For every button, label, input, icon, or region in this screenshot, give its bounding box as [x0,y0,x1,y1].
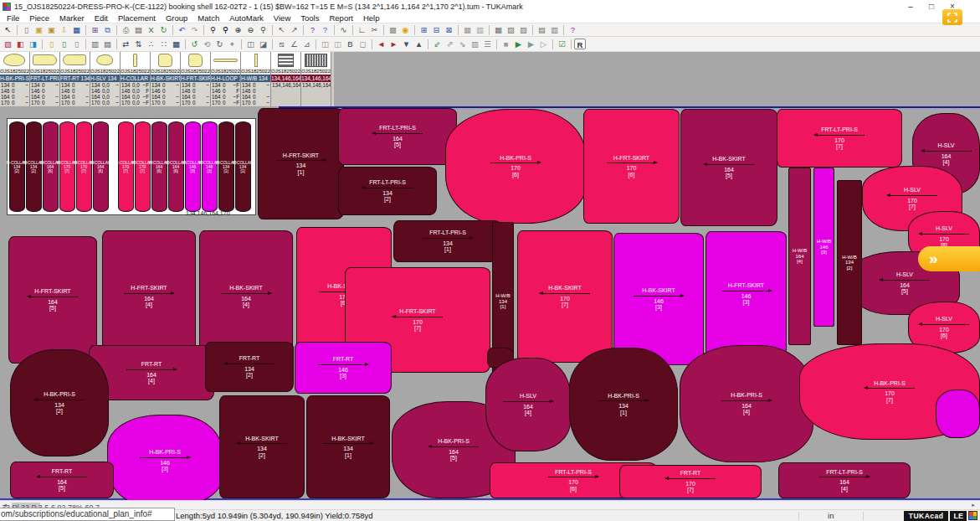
marker-piece[interactable]: FRT-RT134[2] [205,342,294,392]
tray-piece-column[interactable]: OJS18250224H-BK-PRI-S1340~14601640~1700~ [0,52,30,106]
marker-piece[interactable]: H-FRT-SKIRT164[4] [102,230,196,363]
tray-piece-column[interactable]: OJS18250224H-W/B 1341340~14601640~1700~ [241,52,271,106]
marker-piece[interactable]: H-BK-PRI-S164[4] [680,345,813,462]
marker-piece[interactable]: H-FRT-SKIRT170[6] [583,109,680,224]
toolbar-icon-40[interactable]: ⇗ [444,39,456,49]
toolbar-icon-0[interactable]: ▧ [2,39,14,49]
collar-strip[interactable]: H-COLLAR164[6] [93,121,109,212]
toolbar-icon-41[interactable]: ⇘ [456,39,469,49]
toolbar-icon-2[interactable]: ▯ [20,24,33,35]
toolbar-icon-52[interactable]: R [574,39,586,49]
toolbar-icon-8[interactable]: ▥ [89,39,101,49]
menu-match[interactable]: Match [192,13,224,23]
toolbar-icon-39[interactable]: ⇙ [431,39,444,49]
toolbar-icon-11[interactable]: ⇄ [120,39,132,49]
toolbar-icon-48[interactable]: ▷ [537,39,550,49]
tray-piece-column[interactable]: OJS18250224134,146,164,1134,146,164, [271,52,301,106]
toolbar-icon-20[interactable]: ⌖ [226,39,239,49]
toolbar-icon-30[interactable]: ◫ [331,39,344,49]
toolbar-icon-23[interactable]: ◪ [257,39,269,49]
menu-piece[interactable]: Piece [24,13,54,23]
menu-automark[interactable]: AutoMark [224,13,269,23]
toolbar-icon-20[interactable]: ⚲ [219,24,232,35]
marker-piece[interactable]: H-W/B164[4] [788,168,811,345]
toolbar-icon-12[interactable]: ▤ [132,24,145,35]
toolbar-icon-33[interactable]: ∟ [356,24,368,35]
tray-piece-column[interactable]: OJS18250224134,146,164,1134,146,164, [301,52,331,106]
toolbar-icon-35[interactable]: ► [387,39,400,49]
toolbar-icon-34[interactable]: ◄ [375,39,387,49]
toolbar-icon-45[interactable]: ■ [500,39,512,49]
toolbar-icon-43[interactable]: ▦ [461,24,474,35]
toolbar-icon-44[interactable]: ▥ [474,24,486,35]
toolbar-icon-53[interactable]: ? [567,24,579,35]
tray-piece-column[interactable]: OJS18250224H-H-LOOP 11340~F1460F1640~F17… [211,52,241,106]
toolbar-icon-4[interactable]: ▯ [45,39,58,49]
toolbar-icon-6[interactable]: ▦ [70,24,83,35]
toolbar-icon-5[interactable]: ⇩ [58,24,70,35]
toolbar-icon-47[interactable]: ▶ [525,39,537,49]
toolbar-icon-29[interactable]: ? [319,24,331,35]
minimize-button[interactable]: – [904,1,917,12]
marker-piece[interactable] [936,389,980,438]
marker-piece[interactable]: FRT-RT146[3] [295,342,392,394]
toolbar-icon-32[interactable]: ◻ [357,39,369,49]
collar-block-panel[interactable]: H-COLLAR134[2]H-COLLAR134[2]H-COLLAR164[… [7,118,256,215]
marker-piece[interactable]: H-BK-PRI-S134[2] [10,349,109,457]
menu-group[interactable]: Group [161,13,192,23]
toolbar-icon-6[interactable]: ▯ [70,39,83,49]
menu-help[interactable]: Help [358,13,385,23]
toolbar-icon-4[interactable]: ▣ [45,24,58,35]
toolbar-icon-18[interactable]: ⟲ [201,39,213,49]
menu-placement[interactable]: Placement [113,13,161,23]
marker-piece[interactable]: H-BK-SKIRT134[1] [306,395,390,498]
toolbar-icon-13[interactable]: ∴ [145,39,157,49]
toolbar-icon-22[interactable]: ⊖ [244,24,257,35]
toolbar-icon-37[interactable]: ▲ [413,39,425,49]
tray-piece-column[interactable]: OJS18250224H-BK-SKIRT1340~14601640~1700~ [151,52,181,106]
toolbar-icon-2[interactable]: ◨ [27,39,39,49]
toolbar-icon-0[interactable]: ↖ [2,24,14,35]
toolbar-icon-8[interactable]: ⊞ [89,24,101,35]
toolbar-icon-15[interactable]: ▦ [170,39,182,49]
marker-piece[interactable]: H-BK-SKIRT146[3] [613,233,704,365]
toolbar-icon-37[interactable]: ◉ [399,24,412,35]
toolbar-icon-25[interactable]: ↖ [275,24,288,35]
tray-piece-column[interactable]: OJS18250224H-SLV 1341340,0~1460,01640,0~… [90,52,121,106]
toolbar-icon-29[interactable]: ◫ [319,39,331,49]
toolbar-icon-46[interactable]: ▦ [492,24,505,35]
marker-piece[interactable]: H-FRT-SKIRT134[1] [258,108,344,219]
menu-edit[interactable]: Edit [90,13,113,23]
marker-piece[interactable]: FRT-RT170[7] [619,465,762,498]
toolbar-icon-22[interactable]: ◫ [244,39,257,49]
tray-piece-column[interactable]: OJS18250224H-COLLAR 11340,0~F1460,0F1640… [121,52,151,106]
toolbar-icon-28[interactable]: ? [306,24,319,35]
menu-file[interactable]: File [2,13,24,23]
toolbar-icon-34[interactable]: ✂ [368,24,381,35]
marker-piece[interactable]: H-FRT-SKIRT146[3] [705,231,787,357]
toolbar-icon-41[interactable]: ⊠ [443,24,455,35]
marker-piece[interactable]: H-BK-SKIRT134[2] [219,395,305,498]
marker-piece[interactable]: FRT-LT-PRI-S164[5] [338,108,457,165]
scroll-right-icon[interactable]: ▸ [968,501,978,509]
toolbar-icon-19[interactable]: ↻ [213,39,226,49]
menu-marker[interactable]: Marker [54,13,90,23]
toolbar-icon-50[interactable]: ☑ [556,39,568,49]
marker-piece[interactable]: FRT-RT164[5] [10,462,114,498]
tray-piece-column[interactable]: OJS18250224H-FRT-SKIRT1340~14601640~1700… [181,52,211,106]
toolbar-icon-23[interactable]: ⚲ [257,24,269,35]
toolbar-icon-9[interactable]: ⧉ [101,24,114,35]
marker-piece[interactable]: H-W/B146[3] [813,168,834,327]
toolbar-icon-19[interactable]: ⚲ [207,24,219,35]
toolbar-icon-9[interactable]: ▤ [101,39,114,49]
toolbar-icon-17[interactable]: ↺ [188,39,201,49]
toolbar-icon-14[interactable]: ∷ [157,39,170,49]
marker-piece[interactable]: FRT-LT-PRI-S134[1] [393,220,502,262]
toolbar-icon-5[interactable]: ▯ [58,39,70,49]
menu-view[interactable]: View [269,13,295,23]
toolbar-icon-46[interactable]: ▶ [512,39,525,49]
toolbar-icon-26[interactable]: ↗ [288,24,300,35]
toolbar-icon-11[interactable]: ⎙ [120,24,132,35]
toolbar-icon-40[interactable]: ⊟ [430,24,443,35]
toolbar-icon-39[interactable]: ⊞ [418,24,430,35]
